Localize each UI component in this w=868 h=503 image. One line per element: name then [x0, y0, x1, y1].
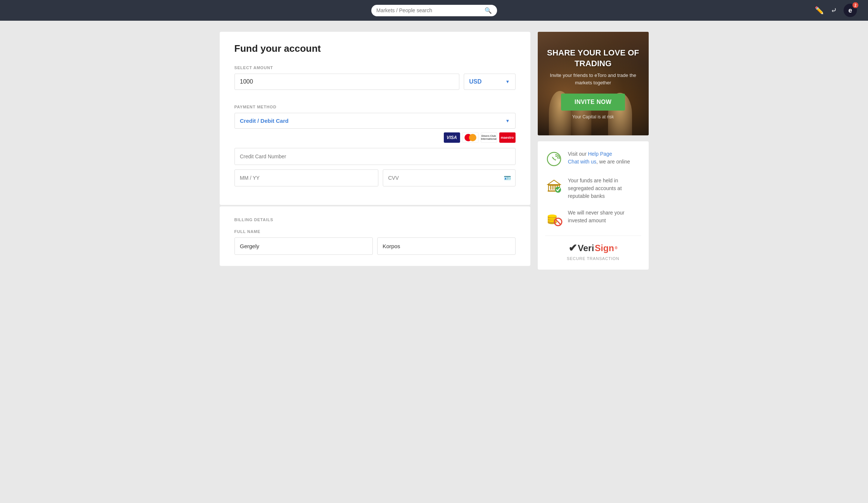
card-details-row: 🪪 [234, 169, 516, 186]
payment-section: PAYMENT METHOD Credit / Debit Card ▼ VIS… [234, 105, 516, 186]
card-logos: VISA Diners Club International maestro [234, 132, 516, 143]
verisign-sign-text: Sign [595, 243, 614, 253]
segregated-funds-item: Your funds are held in segregated accoun… [545, 177, 641, 200]
amount-input[interactable] [234, 74, 459, 90]
cvv-input[interactable] [383, 169, 516, 186]
main-content: Fund your account SELECT AMOUNT USD ▼ PA… [212, 21, 656, 281]
capital-risk-text: Your Capital is at risk [572, 114, 614, 119]
payment-method-dropdown[interactable]: Credit / Debit Card ▼ [234, 113, 516, 129]
billing-title: BILLING DETAILS [234, 217, 516, 222]
share-icon[interactable]: ⤶ [831, 6, 837, 15]
mastercard-logo [462, 132, 479, 143]
payment-method-label: PAYMENT METHOD [234, 105, 516, 109]
online-text: , we are online [597, 159, 630, 165]
help-chat-item: Visit our Help Page Chat with us, we are… [545, 150, 641, 168]
secure-transaction-text: SECURE TRANSACTION [545, 256, 641, 261]
chat-link[interactable]: Chat with us [568, 159, 597, 165]
svg-rect-3 [552, 185, 554, 190]
billing-section: BILLING DETAILS FULL NAME [220, 206, 530, 266]
currency-select[interactable]: USD ▼ [464, 74, 516, 90]
coins-icon [545, 209, 563, 227]
header-right: ✏️ ⤶ e 2 [815, 4, 857, 17]
expiry-input[interactable] [234, 169, 378, 186]
help-chat-text: Visit our Help Page Chat with us, we are… [568, 150, 630, 166]
search-bar[interactable]: 🔍 [371, 5, 497, 16]
segregated-text: Your funds are held in segregated accoun… [568, 177, 641, 200]
edit-icon[interactable]: ✏️ [815, 6, 824, 15]
info-box: Visit our Help Page Chat with us, we are… [538, 141, 649, 270]
help-page-link[interactable]: Help Page [588, 151, 612, 157]
search-input[interactable] [376, 7, 482, 13]
currency-value: USD [469, 78, 482, 85]
banner-subtitle: Invite your friends to eToro and trade t… [545, 72, 641, 86]
payment-method-value: Credit / Debit Card [240, 118, 289, 124]
visit-text: Visit our [568, 151, 588, 157]
avatar[interactable]: e 2 [844, 4, 857, 17]
page-title: Fund your account [234, 43, 516, 54]
name-row [234, 237, 516, 255]
verisign-veri-text: Veri [578, 243, 594, 253]
diners-logo: Diners Club International [481, 132, 497, 143]
avatar-letter: e [848, 7, 852, 14]
cvv-wrapper: 🪪 [383, 169, 516, 186]
verisign-area: ✔ VeriSign® SECURE TRANSACTION [545, 236, 641, 261]
select-amount-label: SELECT AMOUNT [234, 65, 516, 70]
payment-dropdown-arrow-icon: ▼ [506, 118, 510, 124]
svg-point-15 [548, 215, 557, 217]
never-share-item: We will never share your invested amount [545, 209, 641, 227]
currency-arrow-icon: ▼ [506, 79, 510, 84]
verisign-logo: ✔ VeriSign® [545, 242, 641, 254]
credit-card-input[interactable] [234, 148, 516, 165]
fund-form-panel: Fund your account SELECT AMOUNT USD ▼ PA… [220, 32, 530, 205]
svg-marker-6 [548, 180, 560, 185]
bank-icon [545, 177, 563, 195]
search-icon: 🔍 [484, 7, 492, 14]
phone-icon [545, 150, 563, 168]
first-name-input[interactable] [234, 237, 373, 255]
header: 🔍 ✏️ ⤶ e 2 [0, 0, 868, 21]
cvv-card-icon: 🪪 [504, 175, 511, 182]
never-share-text: We will never share your invested amount [568, 209, 641, 225]
full-name-label: FULL NAME [234, 229, 516, 234]
verisign-check-icon: ✔ [568, 242, 577, 254]
amount-row: USD ▼ [234, 74, 516, 90]
invite-banner: SHARE YOUR LOVE OF TRADING Invite your f… [538, 32, 649, 135]
last-name-input[interactable] [377, 237, 516, 255]
right-panel: SHARE YOUR LOVE OF TRADING Invite your f… [538, 32, 649, 270]
maestro-logo: maestro [499, 132, 516, 143]
invite-now-button[interactable]: INVITE NOW [561, 94, 625, 111]
svg-rect-2 [550, 185, 551, 190]
visa-logo: VISA [444, 132, 460, 143]
amount-section: SELECT AMOUNT USD ▼ [234, 65, 516, 90]
notification-badge: 2 [852, 2, 858, 8]
banner-title: SHARE YOUR LOVE OF TRADING [545, 48, 641, 69]
